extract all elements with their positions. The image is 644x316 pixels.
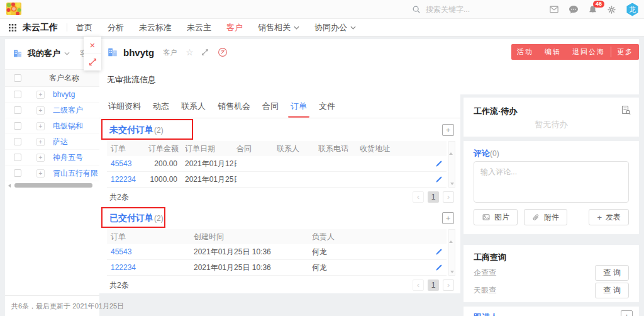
- order-row[interactable]: 122234 2021年01月25日 10:36 何龙: [107, 260, 447, 276]
- image-button[interactable]: 图片: [474, 209, 518, 225]
- app-name[interactable]: 未云工作: [23, 22, 58, 33]
- order-row[interactable]: 122234 1000.00 2021年01月25日: [107, 172, 447, 188]
- list-footer: 共6条，最后更新于 2021年01月25日: [5, 295, 99, 316]
- customer-link[interactable]: bhvytg: [53, 90, 75, 99]
- scrollbar-thumb[interactable]: [14, 183, 92, 188]
- more-button[interactable]: 更多: [611, 44, 639, 60]
- row-checkbox[interactable]: [14, 122, 21, 130]
- customer-row[interactable]: + bhvytg: [5, 87, 99, 103]
- edit-button[interactable]: 编辑: [539, 44, 567, 60]
- pagination-prev-icon[interactable]: ‹: [413, 279, 424, 291]
- scroll-left-icon[interactable]: [8, 184, 11, 188]
- order-link[interactable]: 45543: [107, 247, 194, 256]
- order-link[interactable]: 45543: [107, 159, 148, 168]
- tab-contracts[interactable]: 合同: [262, 94, 279, 118]
- app-logo[interactable]: [6, 3, 21, 15]
- pagination-next-icon[interactable]: ›: [443, 279, 454, 291]
- expand-plus-icon[interactable]: +: [36, 122, 45, 130]
- scroll-up-icon[interactable]: [449, 142, 453, 155]
- nav-item-home[interactable]: 首页: [76, 22, 92, 33]
- customer-row[interactable]: + 萨达: [5, 134, 99, 150]
- expand-icon[interactable]: [84, 54, 101, 71]
- notification-badge: 46: [593, 1, 604, 8]
- customer-link[interactable]: 霄山五行有限: [53, 168, 98, 179]
- expand-plus-icon[interactable]: +: [36, 154, 45, 162]
- list-view-title[interactable]: 我的客户: [28, 48, 60, 59]
- nav-item-collaboration[interactable]: 协同办公: [314, 22, 356, 33]
- pagination-next-icon[interactable]: ›: [443, 191, 454, 203]
- edit-pencil-icon[interactable]: [435, 248, 447, 256]
- doc-search-icon[interactable]: [621, 105, 631, 115]
- activity-button[interactable]: 活动: [511, 44, 539, 60]
- add-order-button[interactable]: +: [442, 124, 454, 136]
- horizontal-scrollbar[interactable]: [6, 183, 98, 188]
- star-icon[interactable]: ☆: [186, 48, 194, 57]
- follow-up-card: 跟进人 +: [464, 307, 639, 316]
- nav-item-sales[interactable]: 销售相关: [258, 22, 299, 33]
- scroll-down-icon[interactable]: [450, 183, 454, 185]
- scroll-up-icon[interactable]: [449, 230, 453, 243]
- approval-stamp-icon[interactable]: [218, 47, 228, 57]
- add-order-button[interactable]: +: [442, 212, 454, 224]
- fullscreen-icon[interactable]: [201, 48, 209, 56]
- customer-row[interactable]: + 霄山五行有限: [5, 166, 99, 181]
- order-link[interactable]: 122234: [107, 263, 194, 272]
- customer-link[interactable]: 萨达: [53, 137, 68, 147]
- customer-row[interactable]: + 电饭锅和: [5, 118, 99, 134]
- order-link[interactable]: 122234: [107, 175, 148, 184]
- global-search[interactable]: 搜索关键字...: [412, 0, 470, 19]
- scroll-down-icon[interactable]: [450, 271, 454, 273]
- tab-orders[interactable]: 订单: [291, 94, 307, 118]
- expand-plus-icon[interactable]: +: [36, 106, 45, 115]
- user-avatar[interactable]: 龙: [626, 3, 639, 16]
- query-button[interactable]: 查询: [595, 283, 629, 298]
- order-row[interactable]: 45543 2021年01月25日 10:36 何龙: [107, 244, 447, 260]
- row-checkbox[interactable]: [14, 169, 21, 177]
- tab-opportunities[interactable]: 销售机会: [218, 94, 250, 118]
- attachment-button[interactable]: 附件: [524, 209, 567, 225]
- customer-row[interactable]: + 神舟五号: [5, 150, 99, 166]
- mail-icon[interactable]: [549, 5, 559, 14]
- customer-link[interactable]: 二级客户: [53, 105, 83, 116]
- nav-item-analysis[interactable]: 分析: [108, 22, 124, 33]
- edit-pencil-icon[interactable]: [435, 160, 447, 167]
- select-all-checkbox[interactable]: [14, 74, 21, 82]
- row-checkbox[interactable]: [14, 106, 21, 114]
- gear-icon[interactable]: [607, 5, 616, 14]
- nav-item-standard[interactable]: 未云标准: [139, 22, 172, 33]
- pagination-prev-icon[interactable]: ‹: [413, 191, 424, 203]
- pagination-current-page[interactable]: 1: [428, 279, 439, 291]
- query-button[interactable]: 查询: [595, 265, 629, 281]
- row-checkbox[interactable]: [14, 91, 21, 98]
- expand-plus-icon[interactable]: +: [36, 169, 45, 178]
- app-launcher-icon[interactable]: [9, 24, 16, 31]
- table-scrollbar[interactable]: [448, 141, 455, 188]
- close-icon[interactable]: ×: [84, 37, 101, 54]
- customer-link[interactable]: 电饭锅和: [53, 121, 83, 132]
- add-follower-button[interactable]: +: [621, 310, 633, 316]
- delivered-table: 订单 创建时间 负责人 45543 2021年01月25日 10:36 何龙 1…: [107, 229, 447, 276]
- tab-contacts[interactable]: 联系人: [181, 94, 206, 118]
- chat-icon[interactable]: [569, 4, 579, 14]
- comment-input[interactable]: [474, 161, 629, 203]
- bell-icon[interactable]: 46: [588, 5, 597, 14]
- post-button[interactable]: + 发表: [589, 209, 629, 225]
- tab-files[interactable]: 文件: [319, 94, 335, 118]
- return-to-pool-button[interactable]: 退回公海: [567, 44, 611, 60]
- edit-pencil-icon[interactable]: [435, 176, 447, 183]
- edit-pencil-icon[interactable]: [435, 264, 447, 271]
- customer-row[interactable]: + 二级客户: [5, 103, 99, 118]
- tab-profile[interactable]: 详细资料: [108, 94, 141, 118]
- customer-link[interactable]: 神舟五号: [53, 152, 83, 163]
- nav-item-customer[interactable]: 客户: [226, 22, 243, 33]
- nav-item-main[interactable]: 未云主: [187, 22, 211, 33]
- expand-plus-icon[interactable]: +: [36, 91, 45, 99]
- expand-plus-icon[interactable]: +: [36, 138, 45, 146]
- search-icon: [412, 5, 421, 14]
- row-checkbox[interactable]: [14, 138, 21, 145]
- order-row[interactable]: 45543 200.00 2021年01月12日: [107, 156, 447, 172]
- tab-activity[interactable]: 动态: [153, 94, 169, 118]
- table-scrollbar[interactable]: [448, 229, 455, 276]
- pagination-current-page[interactable]: 1: [428, 191, 439, 203]
- row-checkbox[interactable]: [14, 154, 21, 161]
